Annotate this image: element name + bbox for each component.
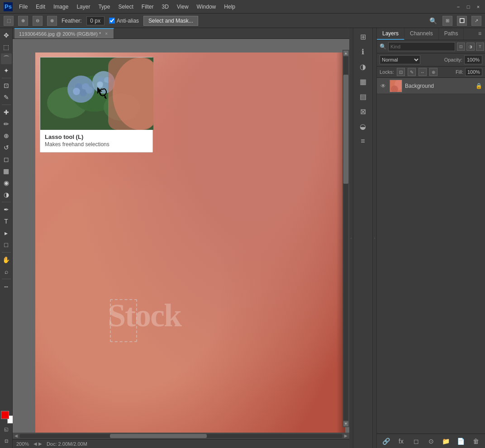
patterns-icon[interactable]: ⊠	[356, 105, 370, 118]
menu-3d[interactable]: 3D	[158, 3, 172, 11]
type-tool[interactable]: T	[1, 216, 12, 227]
quick-mask-button[interactable]: ◱	[1, 424, 12, 434]
intersect-selection-icon[interactable]: ⊗	[47, 16, 57, 26]
opacity-input[interactable]	[464, 55, 482, 64]
minimize-button[interactable]: −	[455, 4, 461, 10]
filter-adjust-icon[interactable]: ◑	[466, 43, 475, 51]
gradient-tool[interactable]: ▦	[1, 166, 12, 176]
layer-effects-button[interactable]: fx	[396, 436, 406, 446]
fill-control: Fill:	[456, 68, 482, 76]
select-and-mask-button[interactable]: Select and Mask...	[143, 16, 198, 26]
new-selection-icon[interactable]: ⬚	[4, 16, 14, 26]
link-layers-button[interactable]: 🔗	[381, 436, 391, 446]
magic-wand-tool[interactable]: ✦	[1, 65, 12, 76]
menu-help[interactable]: Help	[220, 3, 239, 11]
nav-arrows[interactable]: ◀ ▶	[33, 441, 42, 446]
main-area: ✥ ⬚ ⌒ ✦ ⊡ ✎ ✚ ✏ ⊕ ↺ ◻ ▦ ◉ ◑ ✒ T ▸ □ ✋ ⌕ …	[0, 28, 485, 448]
left-collapse-handle[interactable]: ‹	[349, 28, 353, 448]
scrollbar-thumb[interactable]	[110, 434, 207, 438]
layers-panel-inner: Layers Channels Paths ≡ 🔍 ⊡ ◑ T □ ⊕ ●	[377, 28, 485, 448]
fill-input[interactable]	[465, 68, 482, 76]
menu-filter[interactable]: Filter	[138, 3, 157, 11]
menu-type[interactable]: Type	[95, 3, 114, 11]
info-icon[interactable]: ℹ	[356, 45, 370, 58]
crop-tool[interactable]: ⊡	[1, 80, 12, 91]
color-chips[interactable]	[1, 411, 12, 422]
move-tool[interactable]: ✥	[1, 30, 12, 41]
layer-visibility-icon[interactable]: 👁	[380, 82, 387, 90]
properties-icon[interactable]: ≡	[356, 134, 370, 148]
panel-menu-icon[interactable]: ≡	[475, 28, 485, 40]
fill-label: Fill:	[456, 69, 463, 75]
menu-edit[interactable]: Edit	[32, 3, 49, 11]
options-bar: ⬚ ⊕ ⊖ ⊗ Feather: Anti-alias Select and M…	[0, 14, 485, 28]
eraser-tool[interactable]: ◻	[1, 154, 12, 165]
menu-image[interactable]: Image	[50, 3, 72, 11]
screen-mode-button[interactable]: ⊡	[1, 435, 12, 446]
canvas-viewport[interactable]: Lasso tool (L) Makes freehand selections…	[13, 39, 349, 433]
layer-item-background[interactable]: 👁 Background 🔒	[377, 78, 485, 94]
eyedropper-tool[interactable]: ✎	[1, 92, 12, 103]
new-group-button[interactable]: 📁	[441, 436, 451, 446]
new-layer-button[interactable]: 📄	[456, 436, 466, 446]
gradients-icon[interactable]: ▤	[356, 90, 370, 103]
document-tab[interactable]: 1193064566.jpg @ 200% (RGB/8#) * ×	[14, 28, 114, 38]
add-selection-icon[interactable]: ⊕	[18, 16, 28, 26]
menu-view[interactable]: View	[173, 3, 192, 11]
layer-filter-icons: ⊡ ◑ T □ ⊕	[457, 43, 485, 51]
more-tools-button[interactable]: •••	[1, 281, 12, 292]
hand-tool[interactable]: ✋	[1, 254, 12, 265]
lock-transparent-btn[interactable]: ⊡	[397, 68, 405, 76]
delete-layer-button[interactable]: 🗑	[471, 436, 481, 446]
arrange-icon[interactable]: ⊞	[442, 16, 452, 26]
share-icon[interactable]: ↗	[471, 16, 481, 26]
scroll-right-arrow[interactable]: ▶	[344, 434, 347, 438]
color-icon[interactable]: ◑	[356, 60, 370, 73]
path-select-tool[interactable]: ▸	[1, 228, 12, 238]
right-collapse-handle[interactable]: ›	[373, 28, 376, 448]
tab-close-icon[interactable]: ×	[104, 31, 109, 37]
healing-tool[interactable]: ✚	[1, 107, 12, 118]
swatches-icon[interactable]: ▦	[356, 75, 370, 88]
antialias-checkbox[interactable]: Anti-alias	[109, 18, 139, 24]
menu-window[interactable]: Window	[193, 3, 220, 11]
foreground-color-chip[interactable]	[1, 411, 9, 419]
zoom-tool[interactable]: ⌕	[1, 266, 12, 277]
tab-channels[interactable]: Channels	[404, 28, 439, 40]
close-button[interactable]: ×	[475, 4, 481, 10]
filter-type-icon[interactable]: T	[476, 43, 484, 51]
filter-pixel-icon[interactable]: ⊡	[457, 43, 465, 51]
history-brush-tool[interactable]: ↺	[1, 142, 12, 153]
vertical-scrollbar[interactable]: ▲ ▼	[342, 50, 349, 427]
menu-layer[interactable]: Layer	[73, 3, 94, 11]
tab-layers[interactable]: Layers	[377, 28, 404, 40]
menu-file[interactable]: File	[15, 3, 31, 11]
adjustments-icon[interactable]: ◒	[356, 119, 370, 133]
menu-select[interactable]: Select	[114, 3, 137, 11]
new-fill-layer-button[interactable]: ⊙	[426, 436, 436, 446]
pen-tool[interactable]: ✒	[1, 204, 12, 215]
blur-tool[interactable]: ◉	[1, 177, 12, 188]
stamp-tool[interactable]: ⊕	[1, 130, 12, 141]
shape-tool[interactable]: □	[1, 239, 12, 250]
lock-pixels-btn[interactable]: ✎	[408, 68, 416, 76]
maximize-button[interactable]: □	[465, 4, 471, 10]
dodge-tool[interactable]: ◑	[1, 189, 12, 200]
horizontal-scrollbar-row: ◀ ▶	[13, 433, 349, 439]
scroll-left-arrow[interactable]: ◀	[14, 434, 18, 438]
zoom-icon[interactable]: 🔳	[457, 16, 467, 26]
subtract-selection-icon[interactable]: ⊖	[33, 16, 43, 26]
feather-input[interactable]	[86, 16, 105, 25]
add-mask-button[interactable]: ◻	[411, 436, 421, 446]
lock-position-btn[interactable]: ↔	[418, 68, 427, 76]
brush-tool[interactable]: ✏	[1, 119, 12, 129]
marquee-tool[interactable]: ⬚	[1, 42, 12, 52]
histogram-icon[interactable]: ⊞	[356, 30, 370, 43]
lasso-tool[interactable]: ⌒	[1, 53, 12, 64]
layer-search-input[interactable]	[388, 42, 455, 51]
blend-mode-select[interactable]: Normal	[380, 55, 420, 64]
tab-paths[interactable]: Paths	[439, 28, 464, 40]
lock-artboard-btn[interactable]: ⊕	[429, 68, 437, 76]
toolbar-separator-5	[2, 279, 11, 279]
search-icon[interactable]: 🔍	[428, 16, 438, 26]
